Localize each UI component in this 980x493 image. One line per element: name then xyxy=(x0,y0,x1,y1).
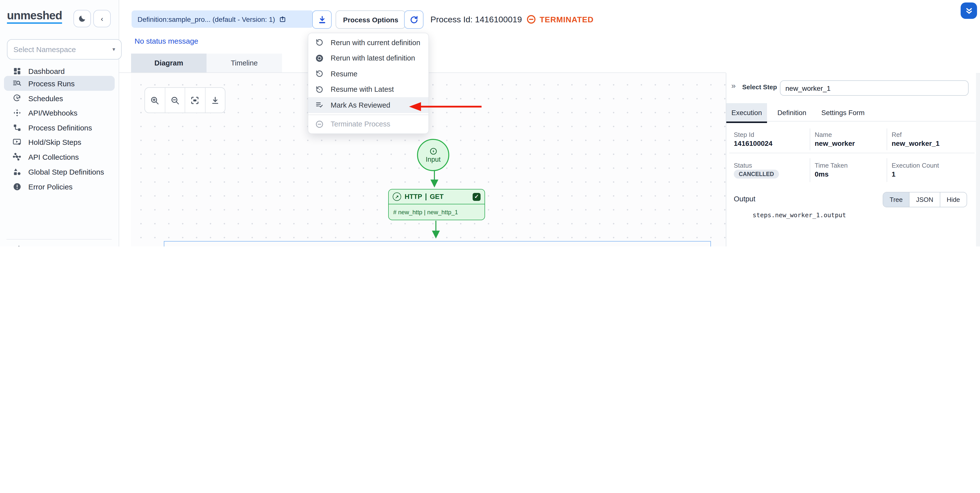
divider xyxy=(426,193,426,200)
scroll-down-widget[interactable] xyxy=(961,3,977,19)
refresh-button[interactable] xyxy=(404,10,423,29)
detail-label: Name xyxy=(815,131,832,138)
sidebar-item-label: API Collections xyxy=(28,152,79,161)
output-json-button[interactable]: JSON xyxy=(909,192,940,207)
app-logo-text: unmeshed xyxy=(7,9,62,24)
schedules-icon xyxy=(12,93,22,103)
app-logo: unmeshed xyxy=(7,9,62,22)
panel-tab-label: Settings Form xyxy=(821,108,865,116)
process-runs-icon xyxy=(12,78,22,88)
tab-timeline-label: Timeline xyxy=(231,59,258,67)
download-process-button[interactable] xyxy=(312,10,332,29)
process-options-button[interactable]: Process Options xyxy=(336,10,406,29)
collapse-panel-icon[interactable]: » xyxy=(731,81,735,90)
menu-divider xyxy=(308,114,428,115)
process-definitions-icon xyxy=(12,122,22,132)
node-input-label: Input xyxy=(426,155,441,163)
detail-separator xyxy=(887,158,887,182)
panel-tab-definition[interactable]: Definition xyxy=(772,103,812,122)
menu-item-rerun-latest[interactable]: Rerun with latest definition xyxy=(308,50,428,66)
sidebar-item-label: Global Step Definitions xyxy=(28,167,104,176)
sidebar-item-global-step-definitions[interactable]: Global Step Definitions xyxy=(4,164,115,179)
definition-breadcrumb[interactable]: Definition:sample_pro... (default - Vers… xyxy=(132,10,313,28)
parallel-icon xyxy=(170,245,178,246)
sidebar-item-process-runs[interactable]: Process Runs xyxy=(4,76,115,91)
mark-as-reviewed-icon xyxy=(315,101,324,109)
theme-toggle-button[interactable] xyxy=(73,10,91,27)
fit-view-button[interactable] xyxy=(185,88,205,113)
namespace-placeholder: Select Namespace xyxy=(13,45,76,54)
select-step-label: Select Step xyxy=(742,83,777,91)
sidebar-item-label: Error Policies xyxy=(28,182,73,191)
download-diagram-button[interactable] xyxy=(205,88,225,113)
node-kind: HTTP xyxy=(405,193,422,200)
process-options-menu: Rerun with current definition Rerun with… xyxy=(308,33,429,134)
sidebar-item-label: Schedules xyxy=(28,94,63,102)
sidebar-collapse-button[interactable]: ‹ xyxy=(93,10,111,27)
output-view-toggle: Tree JSON Hide xyxy=(883,192,967,207)
sidebar-item-hold-skip-steps[interactable]: Hold/Skip Steps xyxy=(4,135,115,149)
detail-value: 1 xyxy=(892,170,896,178)
sidebar-item-process-definitions[interactable]: Process Definitions xyxy=(4,120,115,135)
sidebar-item-api-collections[interactable]: API Collections xyxy=(4,149,115,164)
api-webhooks-icon xyxy=(12,108,22,117)
resume-latest-icon xyxy=(315,85,324,94)
sidebar-item-label: Process Runs xyxy=(28,79,75,87)
caret-down-icon: ▾ xyxy=(113,46,115,52)
menu-item-rerun-current[interactable]: Rerun with current definition xyxy=(308,35,428,50)
zoom-out-button[interactable] xyxy=(165,88,185,113)
node-method: GET xyxy=(430,193,444,200)
sidebar-item-schedules[interactable]: Schedules xyxy=(4,91,115,106)
namespace-select[interactable]: Select Namespace ▾ xyxy=(7,39,122,60)
node-input[interactable]: Input xyxy=(417,139,449,171)
detail-label: Execution Count xyxy=(892,162,939,169)
resume-icon xyxy=(315,70,324,78)
canvas-toolbar xyxy=(145,87,225,113)
bolt-icon xyxy=(429,147,437,155)
zoom-in-icon xyxy=(150,95,160,105)
menu-item-resume[interactable]: Resume xyxy=(308,66,428,82)
panel-scrollbar[interactable] xyxy=(976,73,980,246)
panel-tabs-divider xyxy=(726,121,980,122)
parallel-header: Parallel xyxy=(164,241,710,246)
open-definition-icon[interactable] xyxy=(279,15,286,23)
menu-item-resume-with-latest[interactable]: Resume with Latest xyxy=(308,82,428,97)
status-badge: TERMINATED xyxy=(539,15,593,24)
panel-tab-settings-form[interactable]: Settings Form xyxy=(816,103,870,122)
node-new-http-1[interactable]: ↗ HTTP GET ✓ # new_http | new_http_1 xyxy=(388,189,485,220)
terminate-icon xyxy=(315,120,324,129)
detail-label: Time Taken xyxy=(815,162,848,169)
refresh-icon xyxy=(409,15,418,24)
select-step-input[interactable] xyxy=(780,80,969,96)
sidebar-item-json-schemas[interactable]: Json Schemas xyxy=(4,241,115,246)
rerun-current-icon xyxy=(315,38,324,47)
dashboard-icon xyxy=(12,66,22,76)
moon-icon xyxy=(78,14,86,23)
json-schemas-icon xyxy=(12,244,22,246)
panel-tab-execution[interactable]: Execution xyxy=(726,103,767,123)
detail-separator xyxy=(887,128,887,150)
output-hide-button[interactable]: Hide xyxy=(940,192,967,207)
sidebar-divider xyxy=(6,239,112,239)
menu-item-terminate-process[interactable]: Terminate Process xyxy=(308,116,428,132)
definition-label: Definition:sample_pro... (default - Vers… xyxy=(137,15,275,23)
detail-value: 0ms xyxy=(815,170,829,178)
output-path[interactable]: steps.new_worker_1.output xyxy=(752,211,846,219)
tab-timeline[interactable]: Timeline xyxy=(207,54,282,73)
sidebar-item-api-webhooks[interactable]: API/Webhooks xyxy=(4,105,115,120)
zoom-in-button[interactable] xyxy=(145,88,165,113)
detail-value: 1416100024 xyxy=(734,139,773,147)
parallel-label: Parallel xyxy=(182,245,205,246)
menu-item-label: Mark As Reviewed xyxy=(331,101,390,109)
parallel-group[interactable]: Parallel xyxy=(164,241,711,246)
output-tree-button[interactable]: Tree xyxy=(883,192,909,207)
detail-separator xyxy=(810,128,810,150)
tab-diagram[interactable]: Diagram xyxy=(131,54,207,74)
chevron-left-icon: ‹ xyxy=(101,14,103,23)
panel-tab-label: Definition xyxy=(778,108,807,116)
terminated-icon xyxy=(526,14,536,24)
status-message[interactable]: No status message xyxy=(135,37,198,45)
error-policies-icon xyxy=(12,182,22,192)
tab-diagram-label: Diagram xyxy=(154,59,183,67)
sidebar-item-error-policies[interactable]: Error Policies xyxy=(4,179,115,194)
